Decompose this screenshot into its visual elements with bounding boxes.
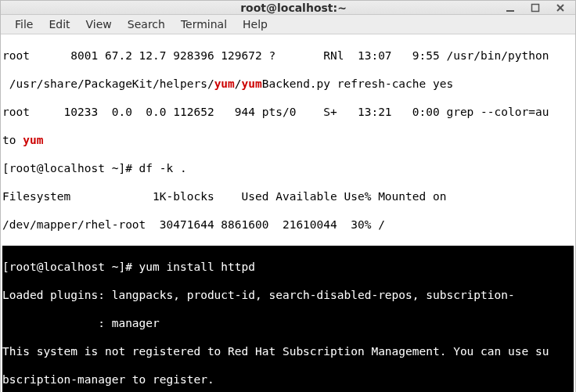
maximize-button[interactable] (530, 2, 541, 13)
terminal-line: Filesystem 1K-blocks Used Available Use%… (2, 189, 574, 203)
maximize-icon (531, 3, 540, 13)
menubar: File Edit View Search Terminal Help (1, 15, 575, 34)
close-button[interactable] (555, 2, 566, 13)
window-title: root@localhost:~ (82, 1, 505, 14)
text: / (235, 77, 242, 90)
menu-view[interactable]: View (78, 15, 120, 34)
terminal-line: : manager (2, 316, 574, 330)
close-icon (556, 3, 565, 13)
highlighted-text: yum (23, 134, 43, 146)
highlighted-text: yum (242, 77, 262, 90)
minimize-icon (506, 3, 515, 13)
window-controls (505, 2, 575, 13)
terminal-body[interactable]: root 8001 67.2 12.7 928396 129672 ? RNl … (1, 34, 575, 392)
terminal-line: /dev/mapper/rhel-root 30471644 8861600 2… (2, 218, 574, 232)
menu-file[interactable]: File (7, 15, 41, 34)
terminal-dark-block: [root@localhost ~]# yum install httpd Lo… (2, 246, 574, 392)
text: /usr/share/PackageKit/helpers/ (2, 77, 214, 90)
terminal-line: This system is not registered to Red Hat… (2, 344, 574, 358)
text: Backend.py refresh-cache yes (262, 77, 453, 90)
highlighted-text: yum (214, 77, 235, 90)
terminal-line: root 10233 0.0 0.0 112652 944 pts/0 S+ 1… (2, 105, 574, 119)
terminal-line: Loaded plugins: langpacks, product-id, s… (2, 288, 574, 302)
terminal-line: /usr/share/PackageKit/helpers/yum/yumBac… (2, 77, 574, 91)
menu-edit[interactable]: Edit (41, 15, 77, 34)
titlebar: root@localhost:~ (1, 1, 575, 15)
svg-rect-1 (532, 4, 539, 11)
text: to (2, 134, 23, 146)
terminal-line: root 8001 67.2 12.7 928396 129672 ? RNl … (2, 49, 574, 63)
terminal-line: [root@localhost ~]# yum install httpd (2, 260, 574, 274)
terminal-line: to yum (2, 133, 574, 147)
menu-search[interactable]: Search (120, 15, 173, 34)
minimize-button[interactable] (505, 2, 516, 13)
terminal-line: [root@localhost ~]# df -k . (2, 161, 574, 175)
terminal-window: root@localhost:~ File Edit View Search T… (0, 0, 576, 392)
terminal-line: bscription-manager to register. (2, 372, 574, 387)
menu-help[interactable]: Help (235, 15, 275, 34)
svg-rect-0 (506, 10, 514, 12)
menu-terminal[interactable]: Terminal (173, 15, 235, 34)
